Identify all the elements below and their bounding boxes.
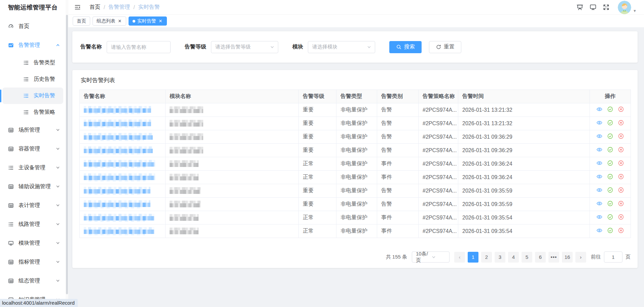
alarm-name-redacted[interactable] (84, 200, 150, 208)
alarm-name-redacted[interactable] (84, 146, 153, 155)
cell-alarm-time: 2026-01-31 09:36:24 (458, 171, 590, 184)
view-eye-icon[interactable] (596, 214, 603, 220)
view-eye-icon[interactable] (596, 187, 603, 193)
sidebar-subitem-告警类型[interactable]: 告警类型 (2, 55, 63, 71)
confirm-circle-check-icon[interactable] (607, 214, 613, 220)
confirm-circle-check-icon[interactable] (607, 106, 613, 112)
page-button-6[interactable]: 6 (535, 252, 546, 263)
monitor-icon[interactable] (589, 4, 597, 11)
confirm-circle-check-icon[interactable] (607, 133, 613, 139)
more-pages-button[interactable]: ••• (548, 252, 559, 263)
sidebar-subitem-实时告警[interactable]: 实时告警 (2, 88, 63, 104)
delete-circle-x-icon[interactable] (618, 146, 624, 153)
table-row: 重要 非电量保护 告警 #2PCS974A... 2026-01-31 09:3… (80, 144, 631, 157)
menu-fold-icon[interactable] (74, 4, 81, 10)
page-button-1[interactable]: 1 (468, 252, 478, 263)
alarm-name-redacted[interactable] (84, 106, 151, 114)
delete-circle-x-icon[interactable] (618, 173, 624, 180)
模块-select[interactable]: 请选择模块 (308, 41, 375, 53)
delete-circle-x-icon[interactable] (618, 214, 624, 220)
alarm-name-redacted[interactable] (84, 160, 155, 168)
sidebar-subitem-历史告警[interactable]: 历史告警 (2, 71, 63, 88)
alarm-name-redacted[interactable] (84, 227, 154, 235)
view-eye-icon[interactable] (596, 120, 603, 126)
sidebar-item-辅助设施管理[interactable]: 辅助设施管理 (0, 177, 66, 196)
breadcrumb-separator: / (133, 4, 135, 10)
confirm-circle-check-icon[interactable] (607, 200, 613, 207)
cell-alarm-category: 事件 (377, 171, 419, 184)
sidebar-item-容器管理[interactable]: 容器管理 (0, 139, 66, 158)
page-suffix: 页 (625, 254, 631, 260)
delete-circle-x-icon[interactable] (618, 133, 624, 139)
alarm-name-redacted[interactable] (84, 214, 154, 222)
presentation-board-icon[interactable] (576, 4, 583, 11)
tab-实时告警[interactable]: 实时告警 ✕ (129, 16, 167, 26)
page-button-2[interactable]: 2 (481, 252, 492, 263)
avatar[interactable] (618, 1, 631, 14)
view-eye-icon[interactable] (596, 106, 603, 112)
breadcrumb-item[interactable]: 告警管理 (108, 4, 130, 11)
confirm-circle-check-icon[interactable] (607, 120, 613, 126)
fullscreen-icon[interactable] (603, 4, 610, 11)
view-eye-icon[interactable] (596, 133, 603, 139)
告警名称-input[interactable] (107, 41, 171, 53)
cell-alarm-level: 正常 (299, 171, 336, 184)
cell-alarm-level: 重要 (299, 184, 336, 198)
sidebar-item-指标管理[interactable]: 指标管理 (0, 252, 66, 271)
confirm-circle-check-icon[interactable] (607, 187, 613, 193)
chevron-down-icon (56, 184, 60, 189)
delete-circle-x-icon[interactable] (618, 160, 624, 166)
delete-circle-x-icon[interactable] (618, 200, 624, 207)
alarm-name-redacted[interactable] (84, 133, 153, 141)
confirm-circle-check-icon[interactable] (607, 146, 613, 153)
sidebar-item-首页[interactable]: 首页 (0, 17, 66, 36)
cell-alarm-time: 2026-01-31 09:35:54 (458, 225, 590, 238)
confirm-circle-check-icon[interactable] (607, 173, 613, 180)
view-eye-icon[interactable] (596, 227, 603, 234)
confirm-circle-check-icon[interactable] (607, 160, 613, 166)
delete-circle-x-icon[interactable] (618, 187, 624, 193)
告警等级-select[interactable]: 请选择告警等级 (211, 41, 278, 53)
sidebar-item-组态管理[interactable]: 组态管理 (0, 271, 66, 290)
page-button-5[interactable]: 5 (522, 252, 532, 263)
page-buttons: ‹123456•••16› (454, 252, 586, 263)
sidebar-item-告警管理[interactable]: 告警管理 (0, 36, 66, 55)
sidebar-scrollbar[interactable] (66, 0, 68, 307)
alarm-chart-icon (8, 42, 14, 48)
sidebar-item-线路管理[interactable]: 线路管理 (0, 215, 66, 234)
page-button-16[interactable]: 16 (562, 252, 573, 263)
scrollbar-thumb[interactable] (66, 15, 68, 294)
prev-page-button[interactable]: ‹ (454, 252, 465, 263)
next-page-button[interactable]: › (575, 252, 586, 263)
page-size-select[interactable]: 10条/页 (412, 251, 450, 263)
delete-circle-x-icon[interactable] (618, 227, 624, 234)
sidebar-item-模块管理[interactable]: 模块管理 (0, 234, 66, 252)
close-icon[interactable]: ✕ (158, 19, 163, 24)
sidebar-item-label: 告警管理 (19, 42, 40, 49)
breadcrumb-item[interactable]: 首页 (90, 4, 100, 11)
tab-首页[interactable]: 首页 (73, 16, 90, 26)
view-eye-icon[interactable] (596, 173, 603, 180)
sidebar-item-表计管理[interactable]: 表计管理 (0, 196, 66, 215)
alarm-name-redacted[interactable] (84, 173, 155, 181)
view-eye-icon[interactable] (596, 200, 603, 207)
sidebar-item-场所管理[interactable]: 场所管理 (0, 121, 66, 139)
sidebar-item-主设备管理[interactable]: 主设备管理 (0, 158, 66, 177)
page-button-4[interactable]: 4 (508, 252, 519, 263)
alarm-name-redacted[interactable] (84, 187, 150, 195)
reset-button[interactable]: 重置 (429, 41, 461, 53)
view-eye-icon[interactable] (596, 160, 603, 166)
delete-circle-x-icon[interactable] (618, 106, 624, 112)
search-button[interactable]: 搜索 (389, 41, 422, 53)
view-eye-icon[interactable] (596, 146, 603, 153)
user-menu[interactable]: ▼ (618, 1, 637, 14)
confirm-circle-check-icon[interactable] (607, 227, 613, 234)
tab-组态列表[interactable]: 组态列表 ✕ (93, 16, 126, 26)
goto-page-input[interactable] (604, 251, 622, 263)
close-icon[interactable]: ✕ (117, 19, 122, 24)
page-button-3[interactable]: 3 (495, 252, 505, 263)
alarm-name-redacted[interactable] (84, 120, 151, 128)
sidebar-subitem-告警策略[interactable]: 告警策略 (2, 104, 63, 121)
module-name-redacted (170, 187, 201, 195)
delete-circle-x-icon[interactable] (618, 120, 624, 126)
